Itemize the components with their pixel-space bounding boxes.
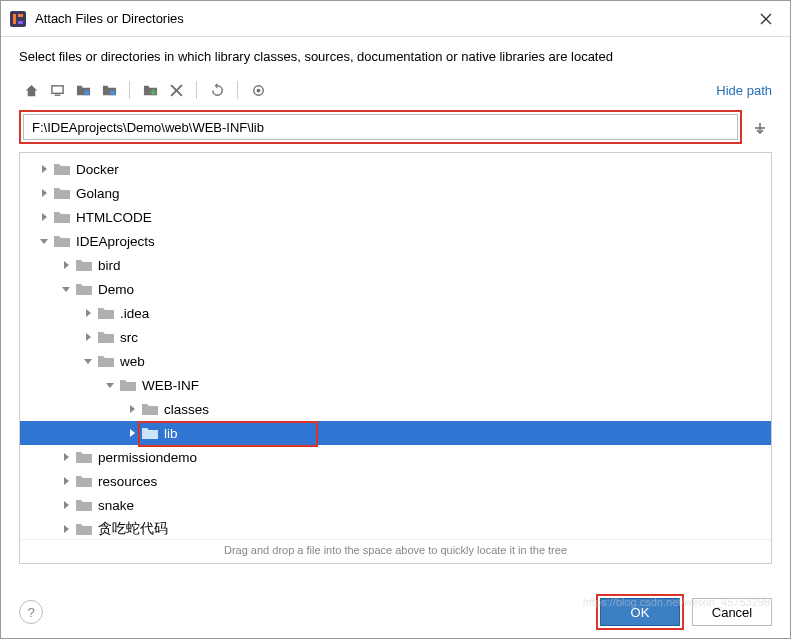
folder-icon xyxy=(54,210,70,224)
tree-item-label: WEB-INF xyxy=(142,378,199,393)
svg-rect-4 xyxy=(51,85,62,93)
folder-icon xyxy=(120,378,136,392)
folder-icon xyxy=(54,186,70,200)
tree-row[interactable]: WEB-INF xyxy=(20,373,771,397)
project-icon[interactable] xyxy=(71,78,95,102)
folder-icon xyxy=(98,306,114,320)
expand-arrow-icon[interactable] xyxy=(38,163,50,175)
folder-icon xyxy=(54,234,70,248)
expand-arrow-icon[interactable] xyxy=(104,379,116,391)
drag-hint: Drag and drop a file into the space abov… xyxy=(20,539,771,560)
tree-row[interactable]: IDEAprojects xyxy=(20,229,771,253)
tree-container: DockerGolangHTMLCODEIDEAprojectsbirdDemo… xyxy=(19,152,772,564)
folder-icon xyxy=(142,402,158,416)
desktop-icon[interactable] xyxy=(45,78,69,102)
expand-arrow-icon[interactable] xyxy=(126,403,138,415)
toolbar-separator xyxy=(237,81,238,99)
tree-item-label: .idea xyxy=(120,306,149,321)
tree-row[interactable]: Demo xyxy=(20,277,771,301)
expand-arrow-icon[interactable] xyxy=(60,259,72,271)
tree-item-label: lib xyxy=(164,426,178,441)
expand-arrow-icon[interactable] xyxy=(82,331,94,343)
tree-item-label: bird xyxy=(98,258,121,273)
refresh-icon[interactable] xyxy=(205,78,229,102)
tree-item-label: Demo xyxy=(98,282,134,297)
tree-item-label: web xyxy=(120,354,145,369)
svg-point-8 xyxy=(256,88,260,92)
svg-rect-3 xyxy=(18,21,23,24)
tree-row[interactable]: HTMLCODE xyxy=(20,205,771,229)
file-tree[interactable]: DockerGolangHTMLCODEIDEAprojectsbirdDemo… xyxy=(20,153,771,539)
tree-row[interactable]: snake xyxy=(20,493,771,517)
tree-row-selected[interactable]: lib xyxy=(20,421,771,445)
help-button[interactable]: ? xyxy=(19,600,43,624)
titlebar: Attach Files or Directories xyxy=(1,1,790,37)
tree-row[interactable]: Golang xyxy=(20,181,771,205)
folder-icon xyxy=(76,474,92,488)
dialog-title: Attach Files or Directories xyxy=(35,11,750,26)
tree-row[interactable]: Docker xyxy=(20,157,771,181)
history-icon[interactable] xyxy=(748,115,772,139)
expand-arrow-icon[interactable] xyxy=(82,355,94,367)
folder-icon xyxy=(76,258,92,272)
hide-path-link[interactable]: Hide path xyxy=(716,83,772,98)
tree-row[interactable]: web xyxy=(20,349,771,373)
tree-row[interactable]: resources xyxy=(20,469,771,493)
tree-item-label: permissiondemo xyxy=(98,450,197,465)
tree-item-label: Docker xyxy=(76,162,119,177)
toolbar-separator xyxy=(129,81,130,99)
tree-row[interactable]: permissiondemo xyxy=(20,445,771,469)
path-highlight xyxy=(19,110,742,144)
expand-arrow-icon[interactable] xyxy=(60,283,72,295)
watermark: https://blog.csdn.net/weixin_45753298 xyxy=(583,596,770,608)
tree-item-label: snake xyxy=(98,498,134,513)
folder-icon xyxy=(76,522,92,536)
tree-item-label: 贪吃蛇代码 xyxy=(98,520,168,538)
home-icon[interactable] xyxy=(19,78,43,102)
delete-icon[interactable] xyxy=(164,78,188,102)
expand-arrow-icon[interactable] xyxy=(60,451,72,463)
show-hidden-icon[interactable] xyxy=(246,78,270,102)
svg-rect-6 xyxy=(110,90,115,95)
tree-row[interactable]: src xyxy=(20,325,771,349)
tree-row[interactable]: 贪吃蛇代码 xyxy=(20,517,771,539)
tree-item-label: src xyxy=(120,330,138,345)
expand-arrow-icon[interactable] xyxy=(82,307,94,319)
expand-arrow-icon[interactable] xyxy=(60,523,72,535)
tree-item-label: IDEAprojects xyxy=(76,234,155,249)
new-folder-icon[interactable] xyxy=(138,78,162,102)
module-icon[interactable] xyxy=(97,78,121,102)
folder-icon xyxy=(76,450,92,464)
folder-icon xyxy=(142,426,158,440)
dialog-subtitle: Select files or directories in which lib… xyxy=(1,37,790,74)
app-icon xyxy=(9,10,27,28)
folder-icon xyxy=(98,354,114,368)
svg-rect-1 xyxy=(13,14,16,24)
path-row xyxy=(1,106,790,152)
svg-rect-2 xyxy=(18,14,23,17)
tree-row[interactable]: .idea xyxy=(20,301,771,325)
toolbar: Hide path xyxy=(1,74,790,106)
path-input[interactable] xyxy=(23,114,738,140)
expand-arrow-icon[interactable] xyxy=(38,211,50,223)
folder-icon xyxy=(98,330,114,344)
expand-arrow-icon[interactable] xyxy=(38,187,50,199)
tree-row[interactable]: bird xyxy=(20,253,771,277)
expand-arrow-icon[interactable] xyxy=(126,427,138,439)
svg-rect-0 xyxy=(10,11,26,27)
tree-item-label: HTMLCODE xyxy=(76,210,152,225)
folder-icon xyxy=(76,282,92,296)
tree-item-label: classes xyxy=(164,402,209,417)
folder-icon xyxy=(76,498,92,512)
tree-item-label: resources xyxy=(98,474,157,489)
footer: ? OK Cancel xyxy=(1,586,790,638)
close-button[interactable] xyxy=(750,3,782,35)
svg-rect-5 xyxy=(84,90,89,95)
folder-icon xyxy=(54,162,70,176)
expand-arrow-icon[interactable] xyxy=(60,475,72,487)
tree-row[interactable]: classes xyxy=(20,397,771,421)
expand-arrow-icon[interactable] xyxy=(38,235,50,247)
toolbar-separator xyxy=(196,81,197,99)
tree-item-label: Golang xyxy=(76,186,120,201)
expand-arrow-icon[interactable] xyxy=(60,499,72,511)
